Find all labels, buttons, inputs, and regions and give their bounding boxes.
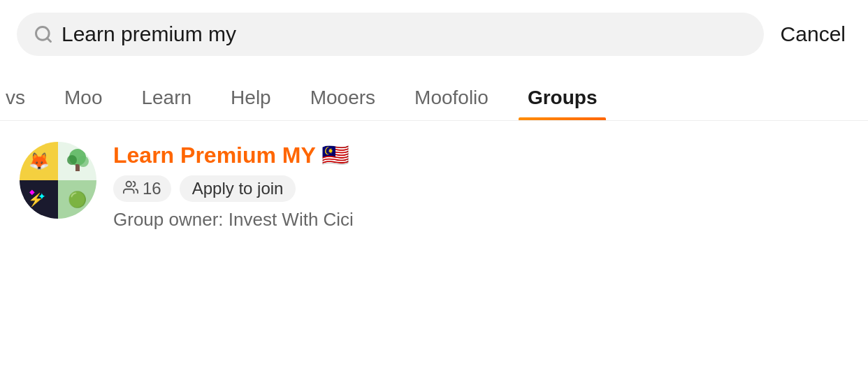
svg-text:◆: ◆ xyxy=(29,188,35,196)
tab-moofolio[interactable]: Moofolio xyxy=(395,75,508,120)
tab-moo[interactable]: Moo xyxy=(45,75,122,120)
tabs-bar: vs Moo Learn Help Mooers Moofolio Groups xyxy=(0,68,868,121)
group-info: Learn Premium MY 🇲🇾 16 Apply to xyxy=(113,142,848,231)
tab-groups[interactable]: Groups xyxy=(508,75,617,120)
group-flag: 🇲🇾 xyxy=(321,143,349,168)
svg-line-1 xyxy=(47,38,50,41)
svg-point-5 xyxy=(67,155,77,165)
results-area: 🦊 ⚡ ✦ ◆ 🟢 xyxy=(0,121,868,252)
search-box[interactable]: Learn premium my xyxy=(17,13,764,56)
avatar-cell-tl: 🦊 xyxy=(20,142,58,180)
svg-rect-3 xyxy=(75,164,80,171)
top-bar: Learn premium my Cancel xyxy=(0,0,868,68)
group-owner: Group owner: Invest With Cici xyxy=(113,209,848,231)
member-count-badge: 16 xyxy=(113,175,171,202)
group-card[interactable]: 🦊 ⚡ ✦ ◆ 🟢 xyxy=(20,142,848,231)
group-meta: 16 Apply to join xyxy=(113,175,848,202)
tab-learn[interactable]: Learn xyxy=(122,75,211,120)
svg-text:✦: ✦ xyxy=(38,191,46,202)
avatar-cell-tr xyxy=(58,142,96,180)
tab-help[interactable]: Help xyxy=(211,75,291,120)
tab-mooers[interactable]: Mooers xyxy=(291,75,395,120)
search-icon xyxy=(34,24,53,44)
avatar: 🦊 ⚡ ✦ ◆ 🟢 xyxy=(20,142,96,219)
avatar-cell-br: 🟢 xyxy=(58,180,96,219)
avatar-cell-bl: ⚡ ✦ ◆ xyxy=(20,180,58,219)
member-count: 16 xyxy=(143,179,161,198)
people-icon xyxy=(123,180,138,198)
svg-point-4 xyxy=(78,156,89,167)
svg-point-10 xyxy=(126,181,131,186)
group-name: Learn Premium MY 🇲🇾 xyxy=(113,142,848,168)
cancel-button[interactable]: Cancel xyxy=(775,20,851,49)
tab-vs[interactable]: vs xyxy=(0,75,45,120)
search-input[interactable]: Learn premium my xyxy=(62,22,236,46)
apply-to-join-button[interactable]: Apply to join xyxy=(180,175,296,202)
